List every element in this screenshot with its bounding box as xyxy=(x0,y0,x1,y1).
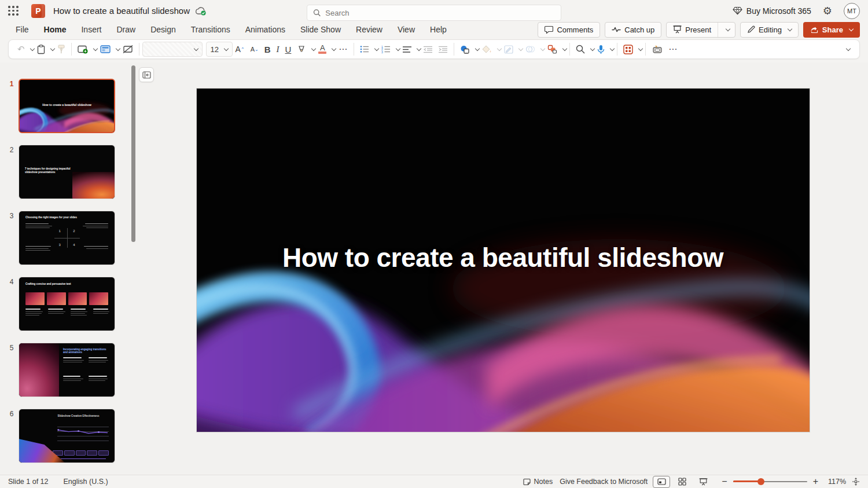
slideshow-view-button[interactable] xyxy=(694,476,712,488)
account-avatar[interactable]: MT xyxy=(844,3,860,19)
status-bar: Slide 1 of 12 English (U.S.) Notes Give … xyxy=(0,475,868,488)
menu-file[interactable]: File xyxy=(8,22,36,37)
present-dropdown[interactable] xyxy=(718,23,735,37)
document-title[interactable]: How to create a beautiful slideshow xyxy=(53,6,190,16)
slide-number: 3 xyxy=(5,211,19,265)
menu-insert[interactable]: Insert xyxy=(73,22,109,37)
new-slide-button[interactable] xyxy=(75,41,91,57)
highlight-color-button[interactable] xyxy=(294,41,309,57)
menu-slideshow[interactable]: Slide Show xyxy=(293,22,348,37)
menu-transitions[interactable]: Transitions xyxy=(183,22,238,37)
shape-fill-button[interactable] xyxy=(479,41,495,57)
arrange-button[interactable] xyxy=(545,41,560,57)
notes-label: Notes xyxy=(534,478,553,486)
chevron-down-icon[interactable] xyxy=(562,46,567,50)
find-button[interactable] xyxy=(573,41,588,57)
hide-slide-button[interactable] xyxy=(120,41,136,57)
zoom-slider-knob[interactable] xyxy=(757,478,764,485)
decrease-indent-button[interactable] xyxy=(421,41,436,57)
menu-design[interactable]: Design xyxy=(143,22,183,37)
chevron-down-icon[interactable] xyxy=(610,46,615,50)
menu-animations[interactable]: Animations xyxy=(238,22,293,37)
present-button[interactable]: Present xyxy=(667,23,718,37)
more-font-options-button[interactable]: ⋯ xyxy=(336,41,351,57)
format-painter-button[interactable] xyxy=(54,41,68,57)
fit-to-window-icon xyxy=(852,478,860,486)
undo-button[interactable]: ↶ xyxy=(14,41,28,57)
slide-title-textbox[interactable]: How to create a beautiful slideshow xyxy=(197,242,810,273)
thumbnail-row-5: 5 Incorporating engaging transitions and… xyxy=(5,343,138,397)
share-button[interactable]: Share xyxy=(803,22,860,38)
thumb-title: Incorporating engaging transitions and a… xyxy=(63,348,109,354)
ribbon-area: ↶ 12 xyxy=(0,38,868,63)
font-size-combobox[interactable]: 12 xyxy=(206,42,233,57)
ribbon-toolbar: ↶ 12 xyxy=(8,39,860,59)
more-ribbon-options-button[interactable]: ⋯ xyxy=(665,41,681,57)
slide-thumbnail-6[interactable]: Slideshow Creation Effectiveness xyxy=(19,409,115,463)
editing-label: Editing xyxy=(759,25,782,34)
zoom-percentage[interactable]: 117% xyxy=(824,478,846,486)
dictate-button[interactable] xyxy=(594,41,608,57)
bullets-button[interactable] xyxy=(357,41,372,57)
add-ins-button[interactable] xyxy=(649,41,665,57)
fit-slide-to-window-button[interactable] xyxy=(852,478,860,486)
editing-mode-button[interactable]: Editing xyxy=(740,22,799,38)
comment-bubble-icon xyxy=(545,25,553,34)
paste-button[interactable] xyxy=(34,41,48,57)
slide-number: 6 xyxy=(5,409,19,463)
menu-view[interactable]: View xyxy=(390,22,422,37)
zoom-out-button[interactable]: − xyxy=(722,477,727,486)
shapes-button[interactable] xyxy=(457,41,473,57)
thumbnail-scrollbar[interactable] xyxy=(131,65,135,242)
collapse-thumbnail-panel-button[interactable] xyxy=(139,67,154,82)
menu-draw[interactable]: Draw xyxy=(109,22,143,37)
catch-up-button[interactable]: Catch up xyxy=(605,22,661,38)
notes-toggle-button[interactable]: Notes xyxy=(520,475,557,488)
app-launcher-icon[interactable] xyxy=(8,6,19,16)
slide-sorter-view-button[interactable] xyxy=(674,476,691,488)
normal-view-button[interactable] xyxy=(653,476,670,488)
font-color-button[interactable]: A xyxy=(315,41,329,57)
chevron-down-icon xyxy=(223,46,228,50)
feedback-button[interactable]: Give Feedback to Microsoft xyxy=(556,475,651,488)
menu-help[interactable]: Help xyxy=(422,22,454,37)
search-icon xyxy=(313,9,321,17)
chevron-down-icon[interactable] xyxy=(638,46,643,50)
designer-button[interactable] xyxy=(620,41,636,57)
increase-indent-button[interactable] xyxy=(436,41,451,57)
slide-editing-canvas[interactable]: How to create a beautiful slideshow xyxy=(138,63,868,475)
bold-button[interactable]: B xyxy=(262,41,274,57)
grow-font-button[interactable]: A⌃ xyxy=(233,41,248,57)
settings-gear-icon[interactable]: ⚙ xyxy=(823,6,832,16)
slide-thumbnail-5[interactable]: Incorporating engaging transitions and a… xyxy=(19,343,115,397)
comments-button[interactable]: Comments xyxy=(538,22,600,38)
font-name-combobox[interactable] xyxy=(142,42,203,57)
slide-thumbnail-1[interactable]: How to create a beautiful slideshow xyxy=(19,79,115,133)
slide-counter[interactable]: Slide 1 of 12 xyxy=(8,478,49,486)
buy-microsoft-365-button[interactable]: Buy Microsoft 365 xyxy=(733,6,811,16)
shape-effects-button[interactable] xyxy=(523,41,538,57)
language-selector[interactable]: English (U.S.) xyxy=(64,478,108,486)
italic-button[interactable]: I xyxy=(274,41,282,57)
underline-button[interactable]: U xyxy=(282,41,295,57)
slide-thumbnail-2[interactable]: 7 techniques for designing impactful sli… xyxy=(19,145,115,199)
shrink-font-button[interactable]: A⌄ xyxy=(248,41,262,57)
numbering-button[interactable]: 123 xyxy=(378,41,393,57)
zoom-in-button[interactable]: + xyxy=(813,477,818,486)
thumbnail-row-1: 1 How to create a beautiful slideshow xyxy=(5,79,138,133)
slide-thumbnail-4[interactable]: Crafting concise and persuasive text xyxy=(19,277,115,331)
menu-review[interactable]: Review xyxy=(348,22,390,37)
powerpoint-logo-icon[interactable]: P xyxy=(31,4,45,18)
slide-thumbnail-3[interactable]: Choosing the right images for your slide… xyxy=(19,211,115,265)
ribbon-display-chevron-icon[interactable] xyxy=(846,46,851,50)
search-box[interactable] xyxy=(307,5,561,21)
align-text-button[interactable] xyxy=(400,41,414,57)
search-input[interactable] xyxy=(325,9,555,17)
cloud-saved-icon[interactable] xyxy=(194,6,207,16)
slide-1-canvas[interactable]: How to create a beautiful slideshow xyxy=(197,89,810,432)
slide-layout-button[interactable] xyxy=(97,41,113,57)
thumb-title: Slideshow Creation Effectiveness xyxy=(48,414,109,417)
zoom-slider[interactable] xyxy=(733,478,807,486)
menu-home[interactable]: Home xyxy=(36,22,74,37)
shape-outline-button[interactable] xyxy=(501,41,516,57)
